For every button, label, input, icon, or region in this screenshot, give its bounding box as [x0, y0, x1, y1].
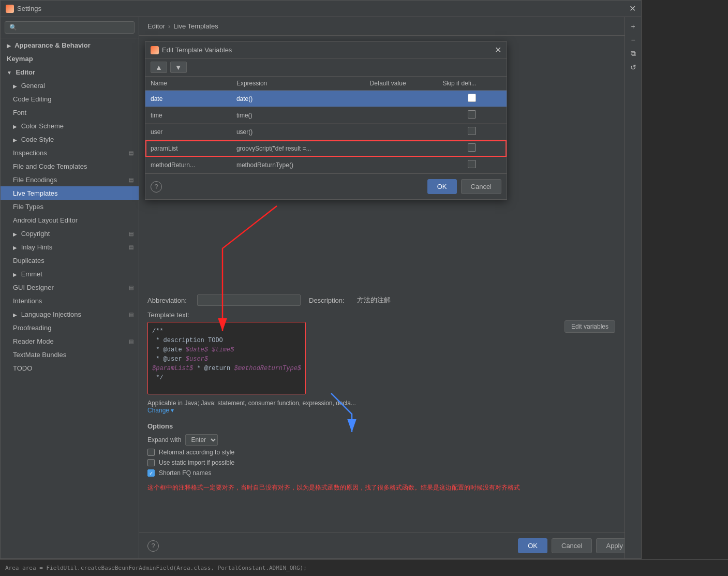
table-row-paramlist[interactable]: paramList groovyScript("def result =... — [145, 140, 507, 157]
row-paramlist-skip[interactable] — [437, 140, 507, 157]
row-date-name: date — [145, 91, 231, 107]
dialog-footer: ? OK Cancel — [145, 173, 507, 199]
dialog-overlay: Edit Template Variables ✕ ▲ ▼ Name Expre… — [0, 0, 728, 576]
col-name: Name — [145, 77, 231, 91]
move-up-button[interactable]: ▲ — [151, 62, 167, 73]
row-paramlist-name: paramList — [145, 140, 231, 157]
table-row-time[interactable]: time time() — [145, 107, 507, 124]
table-row-date[interactable]: date date() — [145, 91, 507, 107]
row-user-default — [365, 124, 438, 140]
row-paramlist-default — [365, 140, 438, 157]
dialog-ok-button[interactable]: OK — [427, 179, 457, 194]
col-expression: Expression — [231, 77, 365, 91]
row-time-skip[interactable] — [437, 107, 507, 124]
dialog-help-button[interactable]: ? — [151, 181, 162, 193]
move-down-button[interactable]: ▼ — [170, 62, 187, 73]
dialog-app-icon — [151, 46, 159, 54]
dialog-title-text: Edit Template Variables — [162, 46, 232, 54]
row-time-expression: time() — [231, 107, 365, 124]
dialog-title-left: Edit Template Variables — [151, 46, 232, 54]
row-method-return-name: methodReturn... — [145, 157, 231, 173]
row-date-default — [365, 91, 438, 107]
row-paramlist-expression: groovyScript("def result =... — [231, 140, 365, 157]
dialog-close-button[interactable]: ✕ — [495, 45, 501, 55]
row-date-expression: date() — [231, 91, 365, 107]
table-row-method-return[interactable]: methodReturn... methodReturnType() — [145, 157, 507, 173]
row-user-skip[interactable] — [437, 124, 507, 140]
row-user-name: user — [145, 124, 231, 140]
row-user-expression: user() — [231, 124, 365, 140]
col-skip: Skip if defi... — [437, 77, 507, 91]
row-method-return-skip[interactable] — [437, 157, 507, 173]
variables-table: Name Expression Default value Skip if de… — [145, 77, 507, 173]
row-method-return-expression: methodReturnType() — [231, 157, 365, 173]
col-default: Default value — [365, 77, 438, 91]
row-date-skip[interactable] — [437, 91, 507, 107]
row-time-name: time — [145, 107, 231, 124]
dialog-toolbar: ▲ ▼ — [145, 58, 507, 77]
table-row-user[interactable]: user user() — [145, 124, 507, 140]
dialog-cancel-button[interactable]: Cancel — [461, 179, 501, 194]
dialog-title-bar: Edit Template Variables ✕ — [145, 42, 507, 58]
row-method-return-default — [365, 157, 438, 173]
edit-template-variables-dialog: Edit Template Variables ✕ ▲ ▼ Name Expre… — [145, 41, 507, 200]
row-time-default — [365, 107, 438, 124]
